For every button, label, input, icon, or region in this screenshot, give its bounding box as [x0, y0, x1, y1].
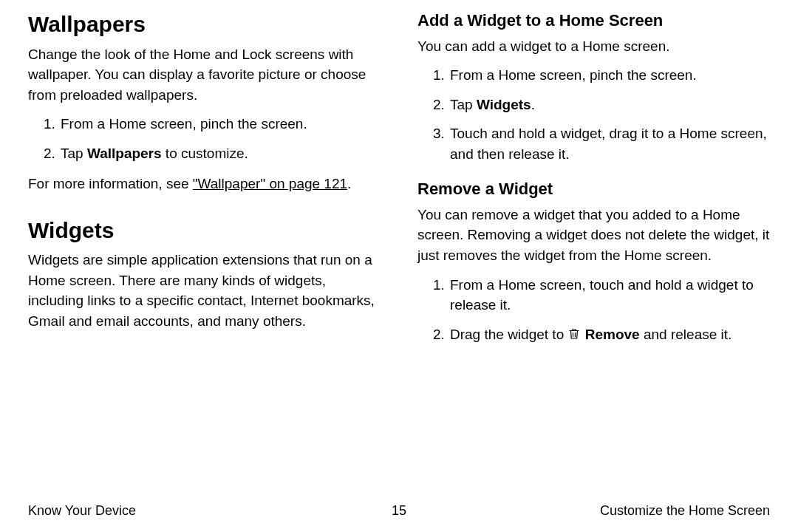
wallpapers-steps: From a Home screen, pinch the screen. Ta… [28, 114, 381, 163]
remove-widget-steps: From a Home screen, touch and hold a wid… [417, 275, 770, 345]
xref-link[interactable]: "Wallpaper" on page 121 [193, 176, 347, 191]
list-item: From a Home screen, pinch the screen. [449, 65, 770, 86]
text: Tap [61, 146, 87, 161]
page-number: 15 [392, 503, 406, 519]
text: to customize. [162, 146, 248, 161]
text: For more information, see [28, 176, 193, 191]
text: Tap [450, 97, 477, 112]
wallpapers-heading: Wallpapers [28, 10, 381, 38]
remove-widget-intro: You can remove a widget that you added t… [417, 205, 770, 266]
footer-left: Know Your Device [28, 503, 136, 519]
left-column: Wallpapers Change the look of the Home a… [28, 10, 381, 355]
two-column-layout: Wallpapers Change the look of the Home a… [28, 10, 770, 355]
text: and release it. [640, 327, 732, 342]
text-bold: Wallpapers [87, 146, 162, 161]
right-column: Add a Widget to a Home Screen You can ad… [417, 10, 770, 355]
list-item: Tap Widgets. [449, 95, 770, 115]
text-bold: Remove [585, 327, 640, 342]
add-widget-heading: Add a Widget to a Home Screen [417, 10, 770, 32]
list-item: Touch and hold a widget, drag it to a Ho… [449, 123, 770, 164]
text: . [347, 176, 351, 191]
page-footer: Know Your Device 15 Customize the Home S… [0, 503, 798, 519]
widgets-intro: Widgets are simple application extension… [28, 250, 381, 331]
footer-right: Customize the Home Screen [600, 503, 770, 519]
add-widget-steps: From a Home screen, pinch the screen. Ta… [417, 65, 770, 164]
remove-widget-heading: Remove a Widget [417, 179, 770, 200]
list-item: Drag the widget to Remove and release it… [449, 324, 770, 345]
widgets-heading: Widgets [28, 216, 381, 245]
wallpapers-xref: For more information, see "Wallpaper" on… [28, 174, 381, 194]
list-item: Tap Wallpapers to customize. [59, 143, 381, 164]
page: Wallpapers Change the look of the Home a… [0, 0, 798, 532]
add-widget-intro: You can add a widget to a Home screen. [417, 36, 770, 57]
text: Drag the widget to [450, 327, 567, 342]
list-item: From a Home screen, pinch the screen. [59, 114, 381, 134]
list-item: From a Home screen, touch and hold a wid… [449, 275, 770, 316]
wallpapers-intro: Change the look of the Home and Lock scr… [28, 44, 381, 106]
text-bold: Widgets [477, 97, 531, 112]
text: . [531, 97, 535, 112]
trash-icon [567, 327, 581, 341]
